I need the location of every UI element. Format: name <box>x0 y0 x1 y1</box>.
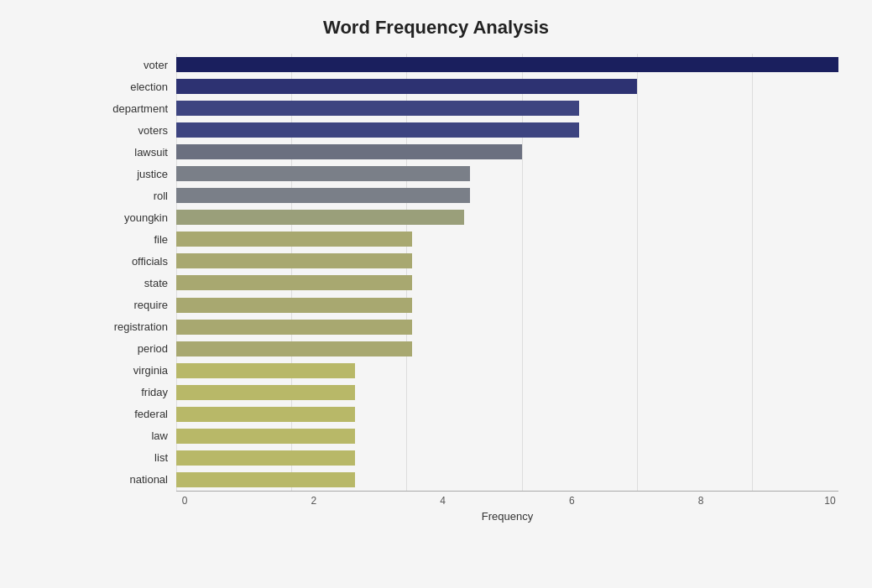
bar-row: virginia <box>92 362 838 380</box>
bar-label: virginia <box>92 364 176 377</box>
bar-label: voters <box>92 124 176 137</box>
bar-fill <box>176 472 355 487</box>
bar-track <box>176 429 838 444</box>
bar-label: officials <box>92 255 176 268</box>
bar-row: period <box>92 340 838 358</box>
x-tick: 6 <box>563 495 580 507</box>
bar-track <box>176 450 838 466</box>
bar-fill <box>176 450 355 466</box>
x-axis-label: Frequency <box>176 510 838 523</box>
bar-track <box>176 275 838 290</box>
chart-container: Word Frequency Analysis voterelectiondep… <box>0 0 872 588</box>
x-tick: 10 <box>822 495 838 507</box>
bar-label: department <box>92 102 176 115</box>
x-tick: 4 <box>435 495 452 507</box>
bar-row: voter <box>92 55 838 74</box>
bar-label: voter <box>92 59 176 71</box>
x-tick: 0 <box>176 495 193 507</box>
bar-fill <box>176 275 412 290</box>
bar-track <box>176 79 838 94</box>
bar-row: list <box>92 449 838 467</box>
bar-label: period <box>92 342 176 355</box>
bar-track <box>176 144 838 159</box>
bar-label: youngkin <box>92 211 176 224</box>
bar-label: require <box>92 299 176 311</box>
bars-area: voterelectiondepartmentvoterslawsuitjust… <box>92 54 838 491</box>
x-axis: 0246810 Frequency <box>176 491 838 533</box>
bar-row: require <box>92 296 838 315</box>
x-tick: 2 <box>305 495 322 507</box>
bar-row: voters <box>92 121 838 139</box>
bar-track <box>176 188 838 203</box>
bar-label: election <box>92 81 176 93</box>
bar-fill <box>176 385 355 400</box>
bar-track <box>176 407 838 422</box>
bar-track <box>176 320 838 335</box>
bar-track <box>176 385 838 400</box>
bar-row: file <box>92 230 838 248</box>
bar-fill <box>176 57 838 72</box>
bar-fill <box>176 320 412 335</box>
bar-fill <box>176 79 637 94</box>
bar-fill <box>176 144 522 159</box>
bar-row: officials <box>92 252 838 270</box>
bar-label: roll <box>92 190 176 202</box>
bar-row: friday <box>92 383 838 402</box>
bar-row: justice <box>92 164 838 183</box>
bar-fill <box>176 341 412 356</box>
bar-fill <box>176 232 412 247</box>
bar-row: national <box>92 471 838 489</box>
bar-fill <box>176 429 355 444</box>
bar-row: federal <box>92 405 838 424</box>
bar-label: registration <box>92 320 176 333</box>
bar-label: federal <box>92 408 176 420</box>
chart-title: Word Frequency Analysis <box>34 17 838 39</box>
bar-label: file <box>92 233 176 246</box>
bar-track <box>176 122 838 138</box>
bar-track <box>176 472 838 487</box>
bar-row: registration <box>92 318 838 336</box>
bar-track <box>176 166 838 181</box>
bar-row: roll <box>92 186 838 205</box>
bar-label: state <box>92 277 176 289</box>
bar-fill <box>176 363 355 378</box>
bar-label: list <box>92 451 176 464</box>
bar-fill <box>176 298 412 313</box>
bar-label: law <box>92 429 176 442</box>
bar-row: election <box>92 77 838 96</box>
bar-track <box>176 232 838 247</box>
bar-fill <box>176 166 470 181</box>
bar-label: national <box>92 473 176 486</box>
bar-row: state <box>92 273 838 292</box>
bar-track <box>176 101 838 116</box>
bar-row: lawsuit <box>92 143 838 161</box>
bar-fill <box>176 188 470 203</box>
bar-fill <box>176 407 355 422</box>
bar-track <box>176 298 838 313</box>
bar-row: law <box>92 427 838 445</box>
bar-track <box>176 363 838 378</box>
bar-fill <box>176 101 579 116</box>
bar-track <box>176 57 838 72</box>
x-tick: 8 <box>692 495 709 507</box>
bar-fill <box>176 210 464 225</box>
bar-fill <box>176 122 579 138</box>
bar-track <box>176 253 838 268</box>
bar-label: friday <box>92 386 176 398</box>
bar-track <box>176 341 838 356</box>
bar-row: department <box>92 99 838 117</box>
bar-row: youngkin <box>92 208 838 226</box>
bar-label: lawsuit <box>92 146 176 159</box>
bar-track <box>176 210 838 225</box>
bar-fill <box>176 253 412 268</box>
x-ticks: 0246810 <box>176 495 838 507</box>
bar-label: justice <box>92 168 176 180</box>
